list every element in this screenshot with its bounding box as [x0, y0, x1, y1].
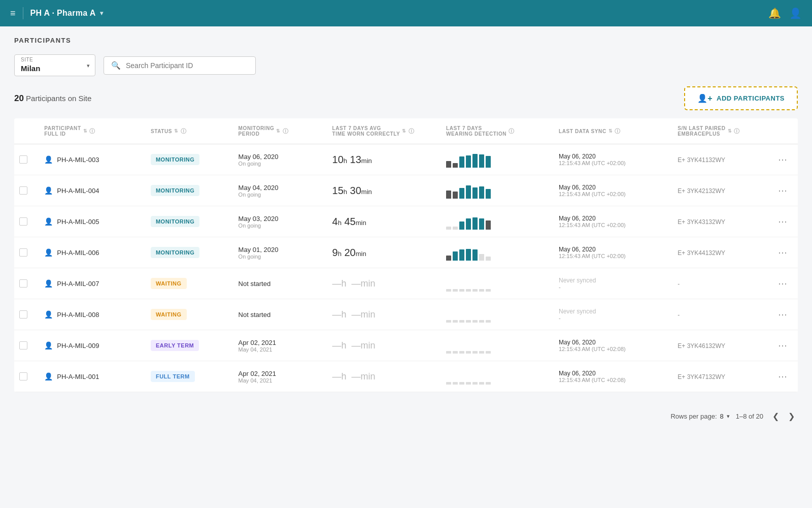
participant-id[interactable]: PH-A-MIL-001	[57, 373, 99, 380]
status-badge: MONITORING	[151, 185, 199, 196]
info-icon-id[interactable]: ⓘ	[89, 128, 95, 135]
add-participants-button[interactable]: 👤+ ADD PARTICIPANTS	[684, 86, 798, 110]
more-options-button[interactable]: ⋯	[778, 216, 788, 227]
status-badge: MONITORING	[151, 216, 199, 227]
user-icon[interactable]: 👤	[789, 7, 802, 19]
more-options-button[interactable]: ⋯	[778, 371, 788, 382]
info-icon-sync[interactable]: ⓘ	[615, 128, 621, 135]
participants-table: PARTICIPANTFULL ID ⇅ ⓘ STATUS ⇅ ⓘ	[14, 118, 798, 392]
participant-id[interactable]: PH-A-MIL-003	[57, 156, 99, 164]
rows-per-page-value[interactable]: 8	[720, 412, 724, 420]
notification-icon[interactable]: 🔔	[768, 7, 781, 19]
sort-icon-sync[interactable]: ⇅	[608, 129, 613, 134]
wearing-detection-chart	[441, 206, 554, 237]
participant-id[interactable]: PH-A-MIL-004	[57, 187, 99, 195]
monitoring-period: May 04, 2020On going	[233, 175, 327, 206]
filters-row: SITE Milan ▾ 🔍	[14, 54, 798, 76]
time-worn: 9h 20min	[327, 237, 441, 268]
col-more	[773, 118, 798, 144]
time-worn: —h —min	[327, 361, 441, 392]
row-checkbox[interactable]	[19, 155, 27, 164]
sort-icon-period[interactable]: ⇅	[276, 129, 281, 134]
more-options-button[interactable]: ⋯	[778, 247, 788, 258]
person-icon: 👤	[44, 372, 53, 380]
info-icon-sn[interactable]: ⓘ	[734, 128, 740, 135]
row-checkbox[interactable]	[19, 279, 27, 288]
more-options-button[interactable]: ⋯	[778, 154, 788, 165]
bar-segment	[479, 154, 484, 168]
bar-segment	[446, 351, 451, 354]
table-row: 👤PH-A-MIL-007WAITINGNot started—h —minNe…	[14, 268, 798, 299]
bar-segment	[479, 186, 484, 199]
participant-id[interactable]: PH-A-MIL-007	[57, 280, 99, 288]
bar-segment	[466, 155, 471, 168]
menu-icon[interactable]: ≡	[10, 8, 16, 19]
bar-segment	[453, 351, 458, 354]
rows-per-page-label: Rows per page:	[670, 412, 717, 420]
info-icon-period[interactable]: ⓘ	[283, 128, 289, 135]
sort-icon-time[interactable]: ⇅	[402, 129, 407, 134]
row-checkbox[interactable]	[19, 217, 27, 226]
bar-segment	[472, 382, 478, 385]
monitoring-period: Apr 02, 2021May 04, 2021	[233, 361, 327, 392]
search-input[interactable]	[126, 61, 248, 70]
site-select[interactable]: SITE Milan ▾	[14, 54, 95, 76]
bar-segment	[453, 289, 458, 292]
bar-segment	[466, 289, 471, 292]
person-icon: 👤	[44, 186, 53, 195]
more-options-button[interactable]: ⋯	[778, 185, 788, 196]
time-worn: —h —min	[327, 330, 441, 361]
bar-segment	[466, 320, 471, 323]
monitoring-period: Apr 02, 2021May 04, 2021	[233, 330, 327, 361]
more-options-button[interactable]: ⋯	[778, 340, 788, 351]
sort-icon-status[interactable]: ⇅	[174, 129, 179, 134]
status-badge: MONITORING	[151, 247, 199, 258]
more-options-button[interactable]: ⋯	[778, 309, 788, 320]
bar-segment	[453, 192, 458, 199]
participant-id[interactable]: PH-A-MIL-008	[57, 311, 99, 319]
sn-value: E+ 3YK47132WY	[672, 361, 772, 392]
info-icon-detection[interactable]: ⓘ	[509, 128, 515, 135]
person-icon: 👤	[44, 155, 53, 164]
prev-page-button[interactable]: ❮	[769, 410, 782, 422]
sort-icon-id[interactable]: ⇅	[83, 129, 88, 134]
bar-segment	[486, 351, 491, 354]
count-label: Participants on Site	[26, 94, 91, 103]
participant-id[interactable]: PH-A-MIL-009	[57, 342, 99, 350]
row-checkbox[interactable]	[19, 186, 27, 195]
row-checkbox[interactable]	[19, 248, 27, 257]
table-body: 👤PH-A-MIL-003MONITORINGMay 06, 2020On go…	[14, 144, 798, 392]
row-checkbox[interactable]	[19, 372, 27, 380]
last-data-sync: May 06, 202012:15:43 AM (UTC +02:00)	[554, 237, 672, 268]
participant-id[interactable]: PH-A-MIL-005	[57, 218, 99, 226]
bar-segment	[479, 382, 484, 385]
page-title: PARTICIPANTS	[14, 37, 798, 44]
bar-segment	[466, 218, 471, 230]
header-divider	[23, 7, 23, 19]
next-page-button[interactable]: ❯	[785, 410, 798, 422]
never-synced-label: Never synced	[559, 277, 667, 284]
time-worn: —h —min	[327, 268, 441, 299]
monitoring-period: Not started	[233, 299, 327, 330]
participant-id[interactable]: PH-A-MIL-006	[57, 249, 99, 257]
bar-segment	[453, 251, 458, 261]
sn-value: E+ 3YK41132WY	[672, 144, 772, 175]
info-icon-time[interactable]: ⓘ	[409, 128, 415, 135]
time-worn: 10h 13min	[327, 144, 441, 175]
bar-segment	[479, 351, 484, 354]
bar-segment	[486, 156, 491, 168]
title-chevron-icon[interactable]: ▾	[100, 10, 103, 17]
bar-segment	[453, 227, 458, 230]
sort-icon-sn[interactable]: ⇅	[728, 129, 732, 134]
header-icons: 🔔 👤	[768, 7, 802, 19]
sn-value: -	[672, 268, 772, 299]
more-options-button[interactable]: ⋯	[778, 278, 788, 289]
person-icon: 👤	[44, 341, 53, 350]
rows-chevron-icon[interactable]: ▾	[727, 413, 730, 420]
bar-segment	[453, 382, 458, 385]
last-data-sync: May 06, 202012:15:43 AM (UTC +02:00)	[554, 206, 672, 237]
info-icon-status[interactable]: ⓘ	[181, 128, 187, 135]
row-checkbox[interactable]	[19, 310, 27, 319]
row-checkbox[interactable]	[19, 341, 27, 350]
bar-segment	[472, 289, 478, 292]
